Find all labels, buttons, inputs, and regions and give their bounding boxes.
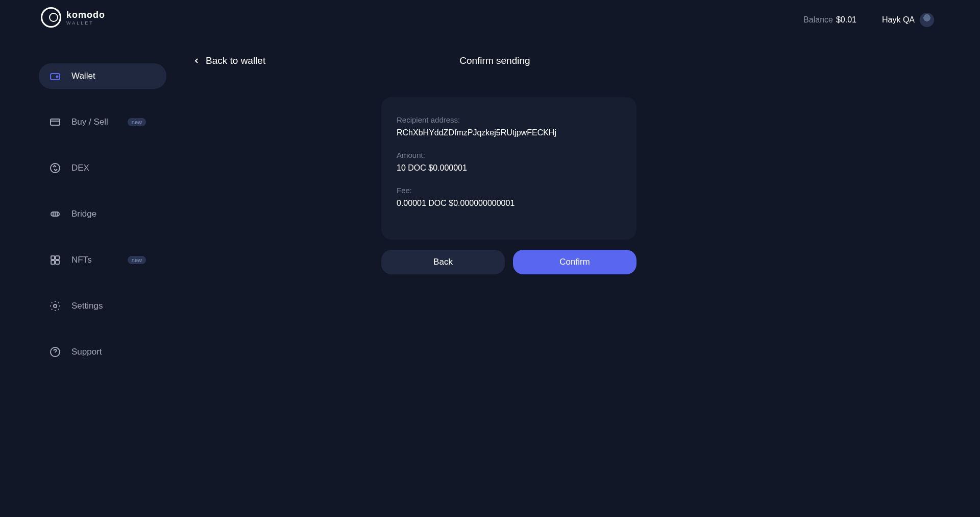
bridge-icon: [49, 208, 61, 220]
sidebar-item-bridge[interactable]: Bridge: [39, 201, 166, 227]
content-area: Back to wallet Confirm sending Recipient…: [182, 27, 980, 274]
amount-value: 10 DOC $0.000001: [397, 163, 621, 173]
back-link-label: Back to wallet: [206, 55, 265, 66]
svg-rect-9: [51, 256, 55, 260]
recipient-value: RChXbHYddZDfmzPJqzkej5RUtjpwFECKHj: [397, 128, 621, 137]
swap-icon: [49, 162, 61, 174]
svg-rect-12: [56, 261, 59, 264]
new-badge: new: [128, 118, 146, 126]
action-buttons: Back Confirm: [381, 250, 636, 274]
app-logo[interactable]: komodo WALLET: [0, 7, 167, 48]
page-title: Confirm sending: [459, 55, 530, 66]
recipient-row: Recipient address: RChXbHYddZDfmzPJqzkej…: [397, 115, 621, 137]
svg-rect-2: [51, 119, 60, 125]
user-menu[interactable]: Hayk QA: [882, 13, 934, 27]
sidebar-item-label: DEX: [71, 163, 89, 173]
header: Balance $0.01 Hayk QA: [182, 0, 980, 27]
sidebar-item-support[interactable]: Support: [39, 339, 166, 365]
balance-display: Balance $0.01: [803, 15, 856, 25]
help-icon: [49, 346, 61, 358]
card-icon: [49, 116, 61, 128]
back-button[interactable]: Back: [381, 250, 505, 274]
recipient-label: Recipient address:: [397, 115, 621, 124]
sidebar-item-label: Buy / Sell: [71, 117, 108, 127]
fee-value: 0.00001 DOC $0.000000000001: [397, 199, 621, 208]
grid-icon: [49, 254, 61, 266]
sidebar-item-label: Bridge: [71, 209, 96, 219]
sidebar-item-label: Wallet: [71, 71, 95, 81]
sidebar-item-settings[interactable]: Settings: [39, 293, 166, 319]
balance-label: Balance: [803, 15, 833, 25]
fee-row: Fee: 0.00001 DOC $0.000000000001: [397, 186, 621, 208]
svg-point-1: [57, 76, 58, 78]
svg-rect-10: [56, 256, 59, 260]
komodo-logo-icon: [41, 7, 61, 28]
gear-icon: [49, 300, 61, 312]
sidebar-item-label: Support: [71, 347, 102, 357]
logo-text: komodo WALLET: [66, 10, 105, 26]
logo-sub-text: WALLET: [66, 20, 105, 26]
back-to-wallet-link[interactable]: Back to wallet: [192, 55, 265, 66]
sidebar-item-wallet[interactable]: Wallet: [39, 63, 166, 89]
main-nav: Wallet Buy / Sell new DEX Bridge: [0, 48, 167, 380]
sidebar-item-label: Settings: [71, 301, 103, 311]
breadcrumb: Back to wallet Confirm sending: [192, 55, 980, 66]
sidebar-item-nfts[interactable]: NFTs new: [39, 247, 166, 273]
svg-rect-11: [51, 261, 55, 264]
balance-value: $0.01: [836, 15, 856, 25]
sidebar-item-dex[interactable]: DEX: [39, 155, 166, 181]
logo-main-text: komodo: [66, 10, 105, 20]
sidebar-item-label: NFTs: [71, 255, 92, 265]
sidebar: komodo WALLET Wallet Buy / Sell new: [0, 0, 167, 517]
amount-label: Amount:: [397, 151, 621, 159]
svg-point-13: [54, 304, 57, 308]
amount-row: Amount: 10 DOC $0.000001: [397, 151, 621, 173]
sidebar-item-buy-sell[interactable]: Buy / Sell new: [39, 109, 166, 135]
wallet-icon: [49, 70, 61, 82]
chevron-left-icon: [192, 57, 201, 65]
avatar: [920, 13, 934, 27]
confirm-button[interactable]: Confirm: [513, 250, 636, 274]
new-badge: new: [128, 256, 146, 264]
username: Hayk QA: [882, 15, 915, 25]
main-content: Balance $0.01 Hayk QA Back to wallet Con…: [167, 0, 980, 517]
svg-point-4: [51, 163, 60, 173]
fee-label: Fee:: [397, 186, 621, 195]
confirm-card: Recipient address: RChXbHYddZDfmzPJqzkej…: [381, 97, 636, 240]
